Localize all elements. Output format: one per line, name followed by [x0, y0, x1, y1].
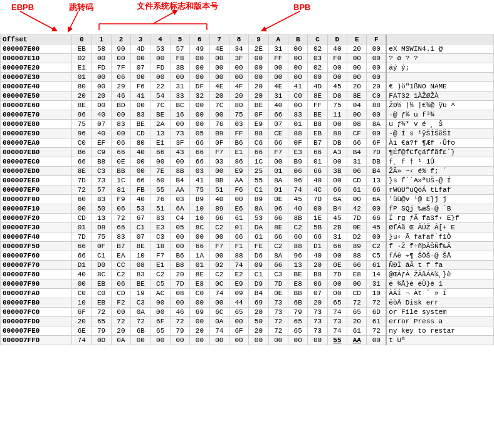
header-col-2: 2	[111, 35, 130, 44]
hex-cell: 00	[288, 336, 308, 345]
hex-cell: 00	[347, 54, 367, 63]
hex-cell: B4	[170, 176, 189, 185]
hex-cell: 00	[72, 279, 92, 289]
hex-cell: 4E	[268, 82, 288, 91]
hex-cell: 01	[190, 261, 209, 270]
hex-cell: 33	[170, 91, 189, 101]
hex-cell: 00	[249, 63, 268, 73]
bpb-label: BPB	[293, 3, 310, 12]
hex-cell: 79	[288, 308, 308, 317]
header-col-7: 7	[209, 35, 229, 44]
ascii-cell: ÑÐÌ áÂ t f fa	[386, 261, 493, 270]
ascii-cell: ? ø ? ?	[386, 54, 493, 63]
hex-cell: 66	[150, 148, 170, 157]
hex-cell: 00	[190, 120, 209, 129]
hex-cell: 83	[150, 214, 170, 223]
hex-cell: 88	[249, 129, 268, 138]
hex-cell: 00	[327, 251, 347, 261]
hex-cell: D9	[249, 279, 268, 289]
hex-cell: E1	[229, 148, 248, 157]
hex-cell: 0D	[92, 336, 111, 345]
hex-cell: 65	[347, 308, 367, 317]
hex-cell: 6F	[72, 308, 92, 317]
hex-cell: C6	[249, 138, 268, 148]
hex-cell: 66	[268, 261, 288, 270]
hex-cell: 1A	[190, 251, 209, 261]
hex-cell: B8	[308, 120, 327, 129]
hex-cell: 72	[111, 214, 130, 223]
header-col-c: C	[308, 35, 327, 44]
hex-cell: 40	[72, 270, 92, 279]
hex-cell: 8E	[72, 101, 92, 110]
ascii-cell: ÀÀÍ ¬ Àt ´ » Í	[386, 289, 493, 298]
ascii-cell: fP SQj ‰æŠ-@ ´B	[386, 204, 493, 214]
hex-cell: 20	[92, 91, 111, 101]
hex-cell: D2	[347, 232, 367, 242]
hex-cell: 07	[268, 120, 288, 129]
hex-cell: 73	[268, 298, 288, 308]
hex-cell: AA	[229, 176, 248, 185]
hex-cell: 4D	[308, 82, 327, 91]
offset-cell: 000007F60	[1, 251, 72, 261]
hex-cell: 20	[170, 270, 189, 279]
hex-cell: A3	[327, 148, 347, 157]
header-col-e: E	[347, 35, 367, 44]
hex-cell: 75	[190, 185, 209, 195]
hex-cell: C2	[288, 223, 308, 232]
hex-cell: 66	[72, 157, 92, 167]
hex-cell: 72	[347, 298, 367, 308]
hex-cell: D6	[249, 251, 268, 261]
offset-cell: 000007F30	[1, 223, 72, 232]
hex-cell: 74	[209, 289, 229, 298]
hex-cell: 22	[150, 82, 170, 91]
hex-cell: 02	[308, 44, 327, 54]
hex-cell: 13	[367, 176, 386, 185]
hex-cell: 66	[72, 242, 92, 251]
hex-cell: F9	[111, 195, 130, 204]
hex-cell: 25	[249, 167, 268, 176]
hex-cell: 80	[131, 138, 150, 148]
hex-cell: C0	[288, 91, 308, 101]
hex-cell: 41	[190, 176, 209, 185]
hex-cell: 8E	[268, 223, 288, 232]
hex-cell: 08	[347, 120, 367, 129]
ascii-cell	[386, 73, 493, 82]
ascii-cell: ŽÃ» ~‹ é% f; ´	[386, 167, 493, 176]
hex-cell: 8B	[288, 214, 308, 223]
hex-cell: 31	[170, 82, 189, 91]
hex-cell: 53	[131, 204, 150, 214]
hex-cell: B6	[229, 138, 248, 148]
hex-cell: 00	[288, 63, 308, 73]
table-row: 000007F407D758307C3000000666166606631D20…	[1, 232, 494, 242]
hex-cell: 40	[92, 129, 111, 138]
hex-cell: 6C	[209, 308, 229, 317]
table-row: 000007F20CD13726783C410666153668B1E457D6…	[1, 214, 494, 223]
header-col-b: B	[288, 35, 308, 44]
ascii-cell: Àï €á?f ¶Æf ·Ûfo	[386, 138, 493, 148]
hex-cell: 66	[268, 232, 288, 242]
hex-cell: 31	[327, 232, 347, 242]
table-row: 000007F6066C1EA10F7B61A0088D68A96400088C…	[1, 251, 494, 261]
hex-cell: 40	[131, 148, 150, 157]
hex-cell: 66	[131, 176, 150, 185]
offset-cell: 000007E40	[1, 82, 72, 91]
hex-cell: 73	[308, 308, 327, 317]
hex-cell: 06	[111, 279, 130, 289]
hex-cell: E3	[150, 223, 170, 232]
hex-cell: E8	[288, 279, 308, 289]
hex-cell: 40	[131, 195, 150, 204]
hex-cell: 58	[92, 44, 111, 54]
hex-cell: 05	[170, 223, 189, 232]
hex-cell: C2	[209, 270, 229, 279]
hex-cell: DF	[190, 82, 209, 91]
hex-cell: 66	[347, 138, 367, 148]
ebpb-label: EBPB	[11, 3, 34, 12]
hex-cell: 7D	[308, 195, 327, 204]
hex-cell: 88	[367, 101, 386, 110]
hex-cell: CD	[111, 289, 130, 298]
hex-cell: 32	[190, 91, 209, 101]
hex-cell: 00	[249, 54, 268, 63]
hex-cell: 61	[229, 214, 248, 223]
hex-cell: 0E	[347, 223, 367, 232]
ascii-cell: € )ö"1ßNO NAME	[386, 82, 493, 91]
